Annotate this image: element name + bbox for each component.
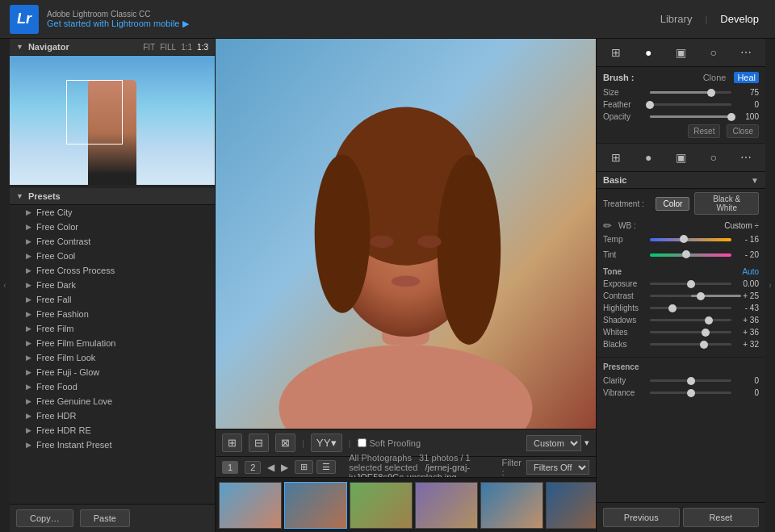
date-view-btn[interactable]: YY▾ bbox=[311, 434, 342, 452]
main-photo-area[interactable] bbox=[216, 39, 596, 429]
preset-item[interactable]: ▶Free Genuine Love bbox=[10, 394, 215, 408]
filmstrip-thumb[interactable] bbox=[219, 482, 282, 529]
preset-item[interactable]: ▶Free HDR RE bbox=[10, 423, 215, 438]
tone-header: Tone Auto bbox=[603, 267, 759, 276]
zoom-fit-btn[interactable]: FIT bbox=[143, 43, 155, 52]
circle-tool-icon-2[interactable]: ● bbox=[639, 149, 657, 166]
right-collapse-btn[interactable]: › bbox=[765, 39, 775, 532]
tint-slider[interactable] bbox=[650, 253, 731, 257]
tool-row-1: ⊞ ● ▣ ○ ⋯ bbox=[597, 39, 765, 67]
preset-item[interactable]: ▶Free Cool bbox=[10, 249, 215, 263]
preset-item[interactable]: ▶Free City bbox=[10, 205, 215, 220]
zoom-1-3-btn[interactable]: 1:3 bbox=[197, 43, 208, 52]
brush-reset-btn[interactable]: Reset bbox=[688, 124, 720, 138]
nav-divider: | bbox=[705, 15, 707, 24]
filmstrip-thumb[interactable] bbox=[480, 482, 543, 529]
rect-tool-icon-2[interactable]: ▣ bbox=[672, 149, 689, 166]
soft-proof-checkbox[interactable] bbox=[358, 438, 367, 447]
preset-item[interactable]: ▶Free Color bbox=[10, 220, 215, 234]
page-bottom-bar: 1 2 ◀ ▶ ⊞ ☰ All Photographs 31 photos / … bbox=[216, 456, 596, 477]
basic-collapse-arrow[interactable]: ▼ bbox=[751, 176, 759, 185]
preset-item[interactable]: ▶Free Film bbox=[10, 321, 215, 336]
preset-item[interactable]: ▶Free Fashion bbox=[10, 307, 215, 321]
preset-item[interactable]: ▶Free Film Look bbox=[10, 350, 215, 365]
next-page-btn[interactable]: ▶ bbox=[281, 462, 288, 473]
center-area: ⊞ ⊟ ⊠ | YY▾ | Soft Proofing Custom ▾ 1 2… bbox=[216, 39, 596, 532]
feather-slider-row: Feather 0 bbox=[603, 100, 759, 109]
treatment-label: Treatment : bbox=[603, 199, 651, 208]
page-1-btn[interactable]: 1 bbox=[222, 461, 238, 474]
grid-tool-icon-2[interactable]: ⊞ bbox=[607, 149, 625, 166]
bw-treatment-btn[interactable]: Black & White bbox=[694, 192, 759, 215]
navigator-preview[interactable] bbox=[10, 56, 215, 185]
basic-title: Basic bbox=[603, 175, 626, 185]
clone-btn[interactable]: Clone bbox=[700, 72, 730, 83]
exposure-slider[interactable] bbox=[650, 283, 731, 285]
oval-tool-icon[interactable]: ○ bbox=[705, 44, 723, 61]
list-btn[interactable]: ☰ bbox=[316, 460, 336, 474]
prev-page-btn[interactable]: ◀ bbox=[267, 462, 274, 473]
subtitle-text: Get started with Lightroom mobile bbox=[47, 19, 179, 28]
paste-button[interactable]: Paste bbox=[80, 509, 130, 527]
zoom-fill-btn[interactable]: FILL bbox=[160, 43, 176, 52]
previous-button[interactable]: Previous bbox=[603, 508, 680, 527]
circle-tool-icon[interactable]: ● bbox=[639, 44, 657, 61]
portrait-svg bbox=[216, 39, 596, 429]
opacity-slider[interactable] bbox=[650, 115, 731, 118]
filmstrip-thumb[interactable] bbox=[284, 482, 347, 529]
grid-view-btn[interactable]: ⊞ bbox=[222, 434, 242, 452]
preset-item[interactable]: ▶Free Contrast bbox=[10, 234, 215, 249]
dots-tool-icon-2[interactable]: ⋯ bbox=[737, 149, 755, 166]
opacity-label: Opacity bbox=[603, 112, 645, 121]
reset-develop-btn[interactable]: Reset bbox=[683, 508, 760, 527]
tint-value: - 20 bbox=[736, 250, 759, 259]
copy-button[interactable]: Copy… bbox=[16, 509, 73, 527]
tone-auto-btn[interactable]: Auto bbox=[742, 267, 759, 276]
clarity-slider[interactable] bbox=[650, 379, 731, 382]
presets-collapse-arrow[interactable]: ▼ bbox=[16, 192, 23, 200]
preset-item[interactable]: ▶Free Fall bbox=[10, 292, 215, 307]
grid-tool-icon[interactable]: ⊞ bbox=[607, 44, 625, 61]
left-bottom-toolbar: Copy… Paste bbox=[10, 504, 215, 532]
whites-slider[interactable] bbox=[650, 331, 731, 333]
filmstrip-thumb[interactable] bbox=[350, 482, 413, 529]
grid-btn[interactable]: ⊞ bbox=[295, 460, 313, 474]
blacks-slider[interactable] bbox=[650, 343, 731, 346]
nav-develop[interactable]: Develop bbox=[714, 10, 765, 28]
preset-item[interactable]: ▶Free Food bbox=[10, 379, 215, 394]
rect-tool-icon[interactable]: ▣ bbox=[672, 44, 689, 61]
zoom-1-1-btn[interactable]: 1:1 bbox=[181, 43, 192, 52]
top-nav: Library | Develop bbox=[654, 10, 765, 28]
temp-slider[interactable] bbox=[650, 238, 731, 241]
size-slider[interactable] bbox=[650, 91, 731, 94]
preset-item[interactable]: ▶Free Cross Process bbox=[10, 263, 215, 278]
vibrance-slider[interactable] bbox=[650, 392, 731, 394]
filmstrip-thumb[interactable] bbox=[546, 482, 596, 529]
preset-item[interactable]: ▶Free Dark bbox=[10, 278, 215, 292]
preset-item[interactable]: ▶Free Instant Preset bbox=[10, 438, 215, 452]
shadows-slider[interactable] bbox=[650, 319, 731, 321]
feather-slider[interactable] bbox=[650, 103, 731, 106]
preset-item[interactable]: ▶Free HDR bbox=[10, 408, 215, 423]
preset-item[interactable]: ▶Free Fuji - Glow bbox=[10, 365, 215, 379]
filmstrip-sort-select[interactable]: Custom bbox=[526, 435, 581, 451]
dots-tool-icon[interactable]: ⋯ bbox=[737, 44, 755, 61]
brush-close-btn[interactable]: Close bbox=[727, 124, 759, 138]
preset-item[interactable]: ▶Free Film Emulation bbox=[10, 336, 215, 350]
filter-select[interactable]: Filters Off bbox=[526, 460, 589, 475]
eyedropper-icon[interactable]: ✏ bbox=[603, 220, 612, 232]
survey-view-btn[interactable]: ⊠ bbox=[275, 434, 295, 452]
filmstrip-thumb[interactable] bbox=[415, 482, 478, 529]
oval-tool-icon-2[interactable]: ○ bbox=[705, 149, 723, 166]
left-collapse-btn[interactable]: ‹ bbox=[0, 39, 10, 532]
page-2-btn[interactable]: 2 bbox=[245, 461, 261, 474]
heal-btn[interactable]: Heal bbox=[734, 72, 759, 83]
contrast-slider[interactable] bbox=[650, 295, 731, 297]
filmstrip-dropdown-arrow[interactable]: ▾ bbox=[584, 438, 589, 448]
compare-view-btn[interactable]: ⊟ bbox=[249, 434, 269, 452]
color-treatment-btn[interactable]: Color bbox=[656, 197, 689, 211]
highlights-slider[interactable] bbox=[650, 307, 731, 309]
nav-library[interactable]: Library bbox=[654, 10, 699, 28]
subtitle-arrow[interactable]: ▶ bbox=[182, 19, 189, 29]
navigator-collapse-arrow[interactable]: ▼ bbox=[16, 43, 23, 51]
